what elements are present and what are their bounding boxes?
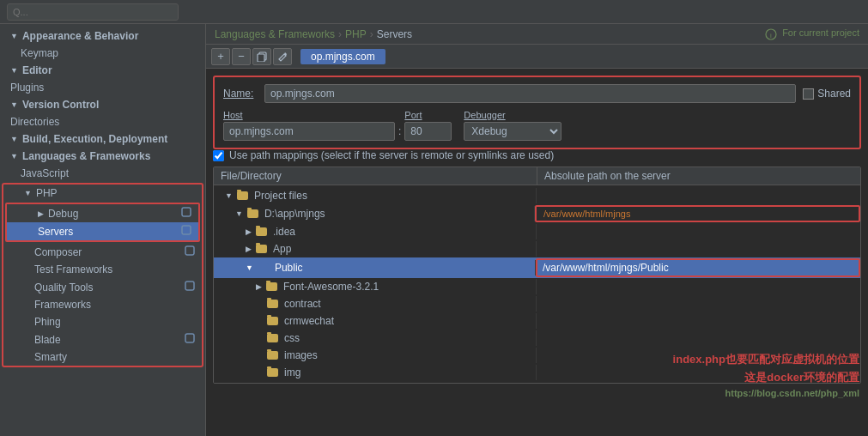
sidebar-item-label: Appearance & Behavior xyxy=(22,30,138,42)
chevron-down-icon: ▼ xyxy=(246,263,253,272)
tree-row[interactable]: ▼ Public /var/www/html/mjngs/Public xyxy=(214,257,860,278)
server-tab[interactable]: op.mjngs.com xyxy=(300,49,385,64)
tree-row[interactable]: css xyxy=(214,330,860,347)
copy-button[interactable] xyxy=(252,48,271,65)
sidebar-item-servers[interactable]: Servers xyxy=(7,222,198,240)
php-section-border: PHP Debug Servers Composer xyxy=(2,183,203,367)
svg-rect-2 xyxy=(185,246,194,255)
sidebar-item-composer[interactable]: Composer xyxy=(3,243,202,261)
shared-area: Shared xyxy=(803,88,851,100)
folder-icon xyxy=(267,300,278,308)
tree-cell-name: css xyxy=(214,330,537,346)
sidebar-item-debug[interactable]: Debug xyxy=(7,204,198,222)
sidebar-item-test-frameworks[interactable]: Test Frameworks xyxy=(3,261,202,278)
chevron-down-icon: ▼ xyxy=(235,209,243,218)
sidebar-item-label: Frameworks xyxy=(34,299,91,311)
sidebar-item-phing[interactable]: Phing xyxy=(3,313,202,330)
sidebar-item-vcs[interactable]: Version Control xyxy=(0,96,205,113)
name-row: Name: Shared xyxy=(223,84,851,103)
tree-cell-name: ▼ Public xyxy=(214,260,536,276)
name-label: Name: xyxy=(223,88,258,100)
tree-cell-name: ▼ Project files xyxy=(214,188,537,203)
edit-button[interactable] xyxy=(273,48,292,65)
port-sep: : xyxy=(398,125,401,141)
tree-row[interactable]: crmwechat xyxy=(214,312,860,330)
annotation-line1: index.php也要匹配对应虚拟机的位置 xyxy=(673,351,859,369)
tree-cell-path xyxy=(537,319,860,323)
port-label: Port xyxy=(404,110,452,120)
tree-item-label: .idea xyxy=(273,226,295,238)
breadcrumb-note: i For current project xyxy=(765,27,859,39)
main-layout: Appearance & Behavior Keymap Editor Plug… xyxy=(0,24,868,436)
tree-cell-path: /var/www/html/mjngs xyxy=(535,205,860,222)
tree-row[interactable]: ▶ App xyxy=(214,240,860,257)
tree-item-label: images xyxy=(284,349,318,361)
tree-item-label: crmwechat xyxy=(284,315,334,327)
sidebar-item-javascript[interactable]: JavaScript xyxy=(0,165,205,182)
tree-row[interactable]: ▼ D:\app\mjngs /var/www/html/mjngs xyxy=(214,204,860,223)
sidebar-item-label: Directories xyxy=(10,116,59,128)
debugger-label: Debugger xyxy=(464,110,561,120)
col-absolute-path: Absolute path on the server xyxy=(537,167,860,185)
tree-cell-path xyxy=(537,285,860,288)
sidebar-item-label: Servers xyxy=(38,226,73,238)
host-input[interactable] xyxy=(223,122,395,141)
tree-cell-name: images xyxy=(214,348,537,363)
tree-item-label: Font-Awesome-3.2.1 xyxy=(283,281,379,293)
sidebar-item-build[interactable]: Build, Execution, Deployment xyxy=(0,130,205,148)
server-config-box: Name: Shared Host : xyxy=(213,76,861,149)
tree-cell-path xyxy=(537,247,860,251)
sidebar-item-label: Quality Tools xyxy=(34,282,93,294)
sidebar-item-quality-tools[interactable]: Quality Tools xyxy=(3,278,202,296)
tree-cell-name: ▶ .idea xyxy=(214,224,537,239)
breadcrumb-sep2: › xyxy=(370,28,373,40)
sidebar-item-smarty[interactable]: Smarty xyxy=(3,348,202,366)
sidebar: Appearance & Behavior Keymap Editor Plug… xyxy=(0,24,206,436)
use-mappings-checkbox[interactable] xyxy=(213,150,224,161)
sidebar-item-label: Languages & Frameworks xyxy=(22,150,150,162)
remove-button[interactable]: − xyxy=(232,48,251,65)
debugger-group: Debugger Xdebug Zend Debugger xyxy=(464,110,561,141)
sidebar-item-label: Plugins xyxy=(10,82,44,94)
port-input[interactable] xyxy=(404,122,452,141)
folder-icon xyxy=(266,282,277,291)
add-button[interactable]: + xyxy=(211,48,230,65)
composer-icon xyxy=(185,245,195,258)
debugger-select[interactable]: Xdebug Zend Debugger xyxy=(464,122,561,141)
sidebar-item-label: Editor xyxy=(22,64,52,76)
svg-rect-3 xyxy=(185,282,194,290)
sidebar-item-appearance[interactable]: Appearance & Behavior xyxy=(0,27,205,45)
global-search-input[interactable] xyxy=(7,3,179,21)
sidebar-item-directories[interactable]: Directories xyxy=(0,113,205,130)
folder-icon xyxy=(267,334,278,342)
tree-cell-name: contract xyxy=(214,296,537,312)
breadcrumb-part1[interactable]: Languages & Frameworks xyxy=(215,28,335,40)
col-file-directory: File/Directory xyxy=(214,167,537,185)
chevron-right-icon: ▶ xyxy=(246,245,252,253)
chevron-right-icon: ▶ xyxy=(246,227,252,236)
sidebar-item-frameworks[interactable]: Frameworks xyxy=(3,296,202,313)
hpd-row: Host : Port Debugger Xdebug Zen xyxy=(223,110,851,141)
svg-text:i: i xyxy=(770,31,772,39)
folder-icon xyxy=(247,209,258,218)
sidebar-item-blade[interactable]: Blade xyxy=(3,330,202,348)
breadcrumb-part2[interactable]: PHP xyxy=(345,28,367,40)
path-mappings: Use path mappings (select if the server … xyxy=(213,149,861,384)
tree-row[interactable]: ▶ Font-Awesome-3.2.1 xyxy=(214,278,860,295)
sidebar-item-php[interactable]: PHP xyxy=(3,185,202,202)
annotation-line2: 这是docker环境的配置 xyxy=(673,369,859,387)
tree-row[interactable]: contract xyxy=(214,295,860,312)
use-mappings-row: Use path mappings (select if the server … xyxy=(213,149,861,161)
svg-rect-0 xyxy=(182,208,191,216)
tree-cell-name: ▶ App xyxy=(214,241,537,257)
folder-icon xyxy=(267,317,278,325)
sidebar-item-plugins[interactable]: Plugins xyxy=(0,79,205,96)
tree-row[interactable]: ▼ Project files xyxy=(214,187,860,204)
name-input[interactable] xyxy=(264,84,796,103)
host-label: Host xyxy=(223,110,395,120)
tree-row[interactable]: ▶ .idea xyxy=(214,223,860,240)
sidebar-item-langs[interactable]: Languages & Frameworks xyxy=(0,148,205,165)
shared-checkbox[interactable] xyxy=(803,88,814,100)
sidebar-item-editor[interactable]: Editor xyxy=(0,62,205,79)
sidebar-item-keymap[interactable]: Keymap xyxy=(0,45,205,62)
